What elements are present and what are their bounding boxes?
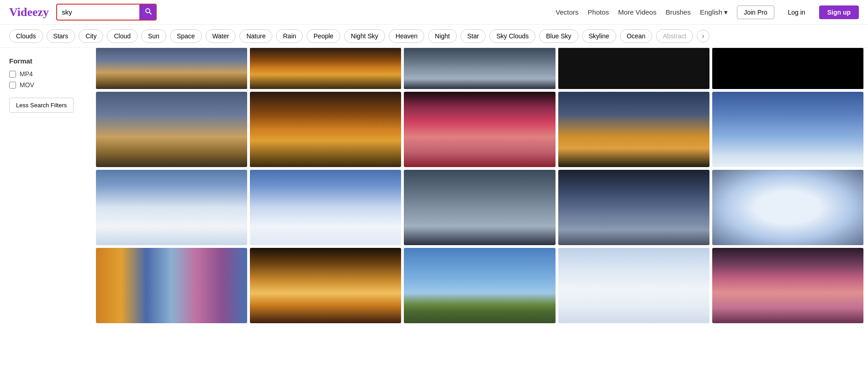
- svg-line-1: [149, 12, 152, 15]
- tag-clouds[interactable]: Clouds: [9, 29, 43, 43]
- mp4-label[interactable]: MP4: [20, 70, 33, 78]
- thumbnail[interactable]: [404, 48, 555, 89]
- mov-filter-row: MOV: [9, 81, 82, 89]
- search-button[interactable]: [139, 5, 157, 20]
- tag-star[interactable]: Star: [460, 29, 486, 43]
- thumbnail[interactable]: [558, 170, 709, 245]
- svg-point-0: [146, 9, 150, 13]
- login-button[interactable]: Log in: [783, 6, 810, 19]
- thumbnail[interactable]: [96, 48, 247, 89]
- tag-people[interactable]: People: [307, 29, 340, 43]
- tag-scroll-right-button[interactable]: ›: [697, 30, 709, 42]
- thumbnail[interactable]: [712, 92, 863, 167]
- tag-bar: Clouds Stars City Cloud Sun Space Water …: [0, 25, 868, 48]
- nav-photos[interactable]: Photos: [587, 8, 609, 16]
- thumbnail[interactable]: [96, 92, 247, 167]
- nav-links: Vectors Photos More Videos Brushes Engli…: [556, 5, 859, 19]
- tag-skyline[interactable]: Skyline: [582, 29, 616, 43]
- thumbnail[interactable]: [712, 170, 863, 245]
- nav-brushes[interactable]: Brushes: [666, 8, 691, 16]
- join-pro-button[interactable]: Join Pro: [737, 5, 774, 19]
- thumbnail[interactable]: [404, 170, 555, 245]
- thumbnail[interactable]: [558, 248, 709, 323]
- grid-row-2: [96, 170, 863, 245]
- tag-stars[interactable]: Stars: [47, 29, 75, 43]
- grid-row-3: [96, 248, 863, 323]
- mp4-checkbox[interactable]: [9, 71, 16, 78]
- tag-sun[interactable]: Sun: [141, 29, 166, 43]
- chevron-down-icon: ▾: [724, 8, 728, 16]
- language-selector[interactable]: English ▾: [700, 8, 728, 16]
- content-grid: [91, 48, 868, 326]
- search-input[interactable]: [57, 5, 139, 19]
- thumbnail[interactable]: [404, 92, 555, 167]
- thumbnail[interactable]: [250, 48, 401, 89]
- tag-heaven[interactable]: Heaven: [389, 29, 424, 43]
- thumbnail[interactable]: [250, 170, 401, 245]
- thumbnail[interactable]: [250, 248, 401, 323]
- thumbnail[interactable]: [250, 92, 401, 167]
- thumbnail[interactable]: [404, 248, 555, 323]
- tag-blue-sky[interactable]: Blue Sky: [539, 29, 578, 43]
- tag-abstract[interactable]: Abstract: [656, 29, 693, 43]
- less-filters-button[interactable]: Less Search Filters: [9, 98, 74, 113]
- tag-cloud[interactable]: Cloud: [107, 29, 138, 43]
- tag-sky-clouds[interactable]: Sky Clouds: [489, 29, 535, 43]
- main-layout: Format MP4 MOV Less Search Filters: [0, 48, 868, 326]
- language-label: English: [700, 8, 722, 16]
- thumbnail[interactable]: [558, 92, 709, 167]
- tag-night-sky[interactable]: Night Sky: [344, 29, 385, 43]
- header: Videezy Vectors Photos More Videos Brush…: [0, 0, 868, 25]
- logo[interactable]: Videezy: [9, 5, 49, 19]
- mov-label[interactable]: MOV: [20, 81, 34, 89]
- sidebar: Format MP4 MOV Less Search Filters: [0, 48, 91, 326]
- tag-night[interactable]: Night: [428, 29, 457, 43]
- tag-ocean[interactable]: Ocean: [620, 29, 652, 43]
- tag-nature[interactable]: Nature: [239, 29, 272, 43]
- thumbnail[interactable]: [558, 48, 709, 89]
- thumbnail[interactable]: [712, 48, 863, 89]
- tag-city[interactable]: City: [79, 29, 103, 43]
- chevron-right-icon: ›: [702, 32, 704, 40]
- format-label: Format: [9, 57, 82, 65]
- search-container: [56, 4, 157, 21]
- tag-space[interactable]: Space: [170, 29, 202, 43]
- mp4-filter-row: MP4: [9, 70, 82, 78]
- partial-row: [96, 48, 863, 89]
- grid-row-1: [96, 92, 863, 167]
- search-icon: [145, 8, 152, 15]
- thumbnail[interactable]: [712, 248, 863, 323]
- nav-more-videos[interactable]: More Videos: [618, 8, 656, 16]
- mov-checkbox[interactable]: [9, 82, 16, 89]
- signup-button[interactable]: Sign up: [819, 5, 859, 19]
- thumbnail[interactable]: [96, 248, 247, 323]
- nav-vectors[interactable]: Vectors: [556, 8, 578, 16]
- tag-rain[interactable]: Rain: [276, 29, 303, 43]
- tag-water[interactable]: Water: [206, 29, 236, 43]
- thumbnail[interactable]: [96, 170, 247, 245]
